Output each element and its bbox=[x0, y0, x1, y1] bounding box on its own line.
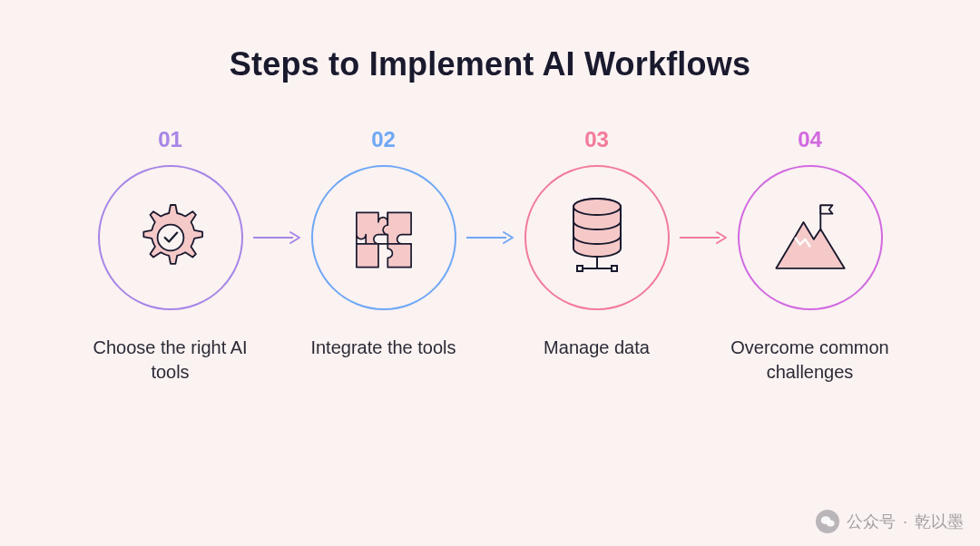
svg-point-12 bbox=[827, 520, 835, 526]
step-label: Overcome common challenges bbox=[724, 336, 897, 385]
step-circle bbox=[98, 165, 243, 310]
arrow-icon bbox=[252, 229, 302, 247]
wechat-icon bbox=[816, 510, 839, 533]
svg-rect-7 bbox=[577, 266, 583, 271]
step-number: 04 bbox=[798, 127, 822, 152]
watermark-sep: · bbox=[903, 512, 907, 531]
step-number: 03 bbox=[584, 127, 609, 152]
page-title: Steps to Implement AI Workflows bbox=[0, 0, 980, 83]
svg-point-0 bbox=[157, 225, 183, 251]
step-circle bbox=[738, 165, 883, 310]
gear-check-icon bbox=[130, 197, 211, 278]
mountain-flag-icon bbox=[768, 195, 853, 280]
step-number: 02 bbox=[371, 127, 396, 152]
svg-rect-8 bbox=[612, 266, 617, 271]
arrow-icon bbox=[466, 229, 515, 247]
step-number: 01 bbox=[158, 127, 182, 152]
steps-row: 01 Choose the right AI tools 02 bbox=[0, 127, 980, 385]
database-icon bbox=[561, 192, 633, 283]
watermark-name: 乾以墨 bbox=[915, 511, 964, 532]
arrow-icon bbox=[679, 229, 729, 247]
step-1: 01 Choose the right AI tools bbox=[89, 127, 252, 385]
step-label: Integrate the tools bbox=[298, 336, 470, 360]
watermark: 公众号 · 乾以墨 bbox=[816, 510, 964, 533]
step-4: 04 Overcome common challenges bbox=[729, 127, 892, 385]
step-2: 02 Integrate the tools bbox=[302, 127, 466, 360]
step-label: Choose the right AI tools bbox=[84, 336, 257, 385]
step-label: Manage data bbox=[511, 336, 683, 360]
step-3: 03 bbox=[515, 127, 679, 360]
step-circle bbox=[311, 165, 456, 310]
watermark-prefix: 公众号 bbox=[847, 511, 896, 532]
svg-point-4 bbox=[573, 199, 621, 215]
puzzle-icon bbox=[345, 199, 423, 277]
step-circle bbox=[524, 165, 670, 310]
